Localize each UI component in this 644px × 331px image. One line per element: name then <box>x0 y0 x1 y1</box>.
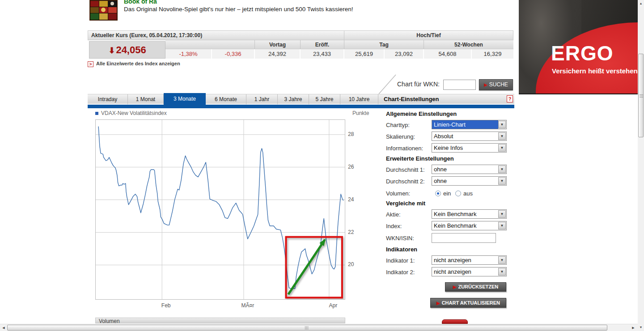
skalierung-label: Skalierung: <box>386 133 415 140</box>
scrollbar-grip-icon <box>640 94 643 98</box>
wkn-search-label: Chart für WKN: <box>397 81 440 88</box>
tab-1-jahr[interactable]: 1 Jahr <box>246 94 278 104</box>
chevron-down-icon[interactable]: ▼ <box>498 121 506 128</box>
chevron-down-icon[interactable]: ▼ <box>498 222 506 229</box>
chart-period-tabbar: Intraday 1 Monat 3 Monate 6 Monate 1 Jah… <box>88 94 514 104</box>
aktie-label: Aktie: <box>386 211 401 218</box>
scroll-down-arrow-icon[interactable]: ▼ <box>638 324 644 331</box>
informationen-label: Informationen: <box>386 145 423 152</box>
durchschnitt2-value: ohne <box>432 177 498 185</box>
ergo-ad-banner[interactable]: ERGO Versichern heißt verstehen <box>519 0 638 94</box>
scroll-right-arrow-icon[interactable]: ▶ <box>630 324 637 331</box>
volumen-ein-radio[interactable] <box>435 191 441 196</box>
index-select[interactable]: Kein Benchmark▼ <box>432 221 507 230</box>
suche-button[interactable]: ▶SUCHE <box>479 79 513 90</box>
chart-aktualisieren-button[interactable]: ▶CHART AKTUALISIEREN <box>430 298 506 308</box>
slot-machine-graphic <box>90 0 117 20</box>
informationen-value: Keine Infos <box>432 144 498 152</box>
durchschnitt1-label: Durchschnitt 1: <box>386 166 425 173</box>
durchschnitt1-select[interactable]: ohne▼ <box>432 165 507 174</box>
zuruecksetzen-button[interactable]: ▶ZURÜCKSETZEN <box>445 282 506 292</box>
heading-allgemeine-einstellungen: Allgemeine Einstellungen <box>386 110 457 117</box>
ergo-tagline: Versichern heißt verstehen <box>552 67 638 75</box>
indikator1-value: nicht anzeigen <box>432 256 498 264</box>
series-swatch-icon <box>95 112 98 115</box>
y-axis-unit-label: Punkte <box>352 110 369 116</box>
x-tick-label: Feb <box>161 302 171 309</box>
current-price: ⬇24,056 <box>89 41 165 59</box>
x-tick-label: Apr <box>329 302 338 309</box>
heading-erweiterte-einstellungen: Erweiterte Einstellungen <box>386 155 454 162</box>
price-value: 24,056 <box>116 44 146 55</box>
tab-10-jahre[interactable]: 10 Jahre <box>340 94 378 104</box>
skalierung-select[interactable]: Absolut▼ <box>432 132 507 141</box>
tab-3-jahre[interactable]: 3 Jahre <box>278 94 309 104</box>
change-percent: -1,38% <box>165 49 212 59</box>
volumen-aus-radio[interactable] <box>455 191 461 196</box>
chevron-down-icon[interactable]: ▼ <box>498 210 506 218</box>
ergo-brand-logo: ERGO <box>551 41 613 65</box>
ad-description: Das Original Novoline-Spiel gibt's nur h… <box>124 6 353 13</box>
wkn-isin-input[interactable] <box>432 233 496 243</box>
y-tick-label: 24 <box>348 196 354 203</box>
eroeff-label: Eröff. <box>301 40 344 49</box>
vortag-label: Vortag <box>255 40 301 49</box>
tab-intraday[interactable]: Intraday <box>88 94 128 104</box>
line-chart-svg <box>96 120 345 299</box>
tag-low: 23,092 <box>385 49 424 59</box>
chevron-down-icon[interactable]: ▼ <box>498 144 506 152</box>
y-axis-labels: 2022242628 <box>345 119 363 300</box>
all-index-values-link[interactable]: >Alle Einzelwerte des Index anzeigen <box>88 61 180 67</box>
chevron-down-icon[interactable]: ▼ <box>498 177 506 185</box>
aktie-value: Kein Benchmark <box>432 210 498 218</box>
index-label: Index: <box>386 223 402 229</box>
price-down-arrow-icon: ⬇ <box>108 46 115 55</box>
high-low-header: Hoch/Tief <box>344 30 513 40</box>
wkn-isin-label: WKN/ISIN: <box>386 235 414 242</box>
ad-title-link[interactable]: Book of Ra <box>124 0 157 5</box>
partially-visible-red-button[interactable] <box>442 319 468 324</box>
ad-thumbnail[interactable] <box>89 0 118 21</box>
indikator1-label: Indikator 1: <box>386 257 415 264</box>
durchschnitt1-value: ohne <box>432 165 498 174</box>
tab-1-monat[interactable]: 1 Monat <box>128 94 164 104</box>
chevron-down-icon[interactable]: ▼ <box>498 132 506 140</box>
chevron-down-icon[interactable]: ▼ <box>498 166 506 173</box>
eroeff-value: 23,433 <box>301 49 344 59</box>
indikator2-select[interactable]: nicht anzeigen▼ <box>432 267 507 276</box>
help-button[interactable]: ? <box>507 95 513 102</box>
indikator2-value: nicht anzeigen <box>432 267 498 276</box>
tab-6-monate[interactable]: 6 Monate <box>206 94 246 104</box>
horizontal-scrollbar-thumb[interactable] <box>7 325 607 331</box>
y-tick-label: 26 <box>348 164 354 170</box>
button-arrow-icon: ▶ <box>484 82 487 87</box>
red-arrow-icon: > <box>88 61 93 67</box>
tab-5-jahre[interactable]: 5 Jahre <box>309 94 340 104</box>
chart-legend: VDAX-New Volatilitätsindex <box>95 110 167 116</box>
x-axis-labels: FebMÃ¤rApr <box>95 302 345 310</box>
scroll-left-arrow-icon[interactable]: ◀ <box>0 324 7 331</box>
aktie-select[interactable]: Kein Benchmark▼ <box>432 209 507 219</box>
horizontal-scrollbar[interactable]: ◀ ▶ <box>0 324 638 331</box>
52w-label: 52-Wochen <box>424 40 513 49</box>
informationen-select[interactable]: Keine Infos▼ <box>432 143 507 153</box>
active-tab-underline <box>88 105 514 108</box>
vertical-scrollbar-thumb[interactable] <box>638 54 644 137</box>
quote-table: Aktueller Kurs (Eurex, 05.04.2012, 17:30… <box>88 30 513 59</box>
chevron-down-icon[interactable]: ▼ <box>498 268 506 276</box>
indikator2-label: Indikator 2: <box>386 269 415 276</box>
52w-high: 54,608 <box>424 49 472 59</box>
scroll-up-arrow-icon[interactable]: ▲ <box>638 0 644 7</box>
chevron-down-icon[interactable]: ▼ <box>498 256 506 264</box>
charttyp-select[interactable]: Linien-Chart▼ <box>432 120 507 129</box>
index-value: Kein Benchmark <box>432 221 498 230</box>
y-tick-label: 20 <box>348 261 354 267</box>
suche-button-label: SUCHE <box>489 81 508 88</box>
wkn-search-input[interactable] <box>443 80 476 90</box>
indikator1-select[interactable]: nicht anzeigen▼ <box>432 255 507 265</box>
tab-3-monate[interactable]: 3 Monate <box>164 93 206 105</box>
vertical-scrollbar[interactable]: ▲ ▼ <box>638 0 644 331</box>
durchschnitt2-select[interactable]: ohne▼ <box>432 176 507 186</box>
52w-low: 16,329 <box>472 49 513 59</box>
button-arrow-icon: ▶ <box>453 284 457 289</box>
